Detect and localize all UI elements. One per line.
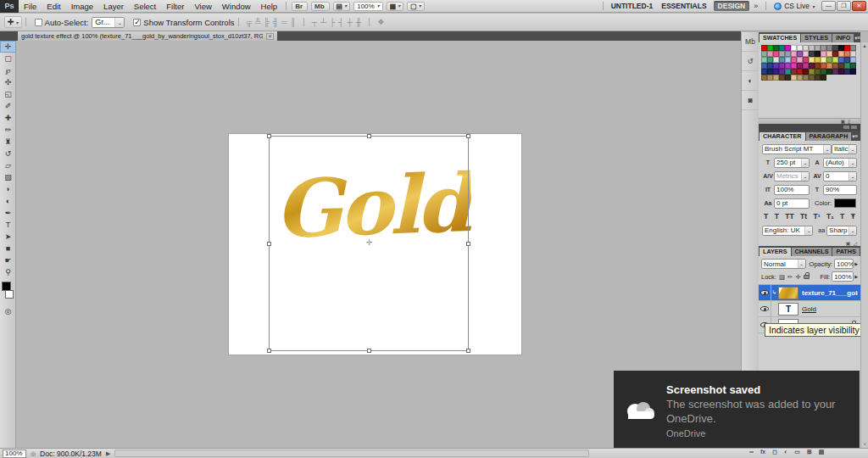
layers-footer-icon[interactable]: ▭ <box>794 449 800 455</box>
background-color-chip[interactable] <box>5 290 14 299</box>
spot-healing-brush-tool[interactable]: ✚ <box>0 112 16 124</box>
align-icon[interactable]: ═ <box>281 17 287 27</box>
transform-handle[interactable] <box>267 134 271 138</box>
panel-tab[interactable]: LAYERS <box>760 248 791 256</box>
swatch[interactable] <box>844 63 850 69</box>
swatch[interactable] <box>821 75 826 81</box>
swatch[interactable] <box>767 57 773 63</box>
swatch[interactable] <box>773 69 779 75</box>
swatch[interactable] <box>791 63 797 69</box>
swatch[interactable] <box>815 75 821 81</box>
tracking-field[interactable]: 0⌄ <box>823 171 857 182</box>
photoshop-logo[interactable]: Ps <box>0 0 19 13</box>
delete-swatch-icon[interactable]: ▯ <box>848 119 850 124</box>
clone-stamp-tool[interactable]: ♜ <box>0 136 16 148</box>
swatch[interactable] <box>821 57 826 63</box>
swatch[interactable] <box>844 45 850 51</box>
swatch[interactable] <box>785 75 791 81</box>
auto-select-checkbox[interactable] <box>35 19 42 26</box>
mini-bridge-panel-icon[interactable]: Mb <box>742 32 759 52</box>
anti-alias-select[interactable]: Sharp⌄ <box>826 226 857 236</box>
transform-handle[interactable] <box>267 349 271 353</box>
swatch[interactable] <box>815 63 821 69</box>
menu-item[interactable]: View <box>189 0 216 13</box>
layer-thumbnail[interactable] <box>778 287 798 299</box>
resize-icon[interactable]: ◿ <box>853 240 857 246</box>
brush-tool[interactable]: ✏ <box>0 124 16 136</box>
menu-item[interactable]: File <box>19 0 42 13</box>
onedrive-notification[interactable]: Screenshot saved The screenshot was adde… <box>614 371 860 448</box>
swatch[interactable] <box>761 57 767 63</box>
swatch[interactable] <box>773 51 779 57</box>
align-icon[interactable]: ╠ <box>264 17 269 27</box>
align-icon[interactable]: ╣ <box>273 17 278 27</box>
distribute-icon[interactable]: ┬ <box>312 17 317 27</box>
swatch[interactable] <box>797 51 803 57</box>
swatch[interactable] <box>791 51 797 57</box>
move-tool[interactable]: ✛ <box>0 41 16 53</box>
type-tool[interactable]: T <box>0 219 16 231</box>
swatch[interactable] <box>803 69 809 75</box>
transform-center-icon[interactable]: ✛ <box>366 238 373 247</box>
layer-row[interactable]: ↳ texture_71___gold_... <box>759 285 860 301</box>
panel-tab[interactable]: SWATCHES <box>760 34 800 42</box>
swatch[interactable] <box>850 45 856 51</box>
swatch[interactable] <box>815 51 821 57</box>
swatch[interactable] <box>785 51 791 57</box>
panel-scrollbar[interactable]: ▲ ˅ <box>860 42 868 448</box>
swatch[interactable] <box>803 45 809 51</box>
screen-mode-icon[interactable]: ▢▾ <box>407 2 425 11</box>
minimize-button[interactable]: — <box>821 1 836 11</box>
quick-mask-button[interactable]: ◎ <box>0 305 16 317</box>
swatch[interactable] <box>815 45 821 51</box>
lock-icon[interactable]: ▨ <box>779 273 785 281</box>
layers-footer-icon[interactable]: ∞ <box>749 449 754 455</box>
text-color-swatch[interactable] <box>834 198 856 208</box>
swatch[interactable] <box>797 69 803 75</box>
swatch[interactable] <box>773 45 779 51</box>
swatch[interactable] <box>767 45 773 51</box>
layers-footer-icon[interactable]: ◐ <box>784 449 787 455</box>
swatch[interactable] <box>785 57 791 63</box>
swatch[interactable] <box>773 57 779 63</box>
swatch[interactable] <box>761 45 767 51</box>
menu-item[interactable]: Layer <box>98 0 129 13</box>
swatch[interactable] <box>773 75 779 81</box>
swatch[interactable] <box>779 69 785 75</box>
swatch[interactable] <box>826 69 832 75</box>
panel-tab[interactable]: STYLES <box>801 34 832 42</box>
cs-live-button[interactable]: CS Live▾ <box>774 2 815 10</box>
swatch[interactable] <box>797 45 803 51</box>
swatch[interactable] <box>761 63 767 69</box>
menu-item[interactable]: Edit <box>42 0 65 13</box>
eraser-tool[interactable]: ▱ <box>0 159 16 171</box>
swatch[interactable] <box>773 63 779 69</box>
menu-item[interactable]: Window <box>217 0 256 13</box>
baseline-shift-field[interactable]: 0 pt <box>774 198 810 209</box>
swatch[interactable] <box>767 75 773 81</box>
swatch[interactable] <box>838 69 844 75</box>
swatch[interactable] <box>803 75 809 81</box>
zoom-level-dropdown[interactable]: 100%▾ <box>353 2 382 11</box>
swatch[interactable] <box>761 69 767 75</box>
history-brush-tool[interactable]: ↺ <box>0 148 16 159</box>
panel-tab[interactable]: INFO <box>832 34 854 42</box>
layers-footer-icon[interactable]: ▤ <box>819 449 825 455</box>
distribute-icon[interactable]: ╫ <box>356 17 361 27</box>
swatch[interactable] <box>821 51 826 57</box>
swatch[interactable] <box>767 69 773 75</box>
mini-bridge-icon[interactable]: Mb <box>311 2 330 11</box>
opacity-field[interactable]: 100% <box>834 259 854 269</box>
swatch[interactable] <box>809 45 815 51</box>
menu-item[interactable]: Help <box>256 0 283 13</box>
collapse-panel-button[interactable] <box>851 126 857 129</box>
swatch[interactable] <box>803 63 809 69</box>
fill-field[interactable]: 100% <box>832 271 854 282</box>
scroll-down-icon[interactable]: ˅ <box>863 442 865 447</box>
workspace-tab[interactable]: ESSENTIALS <box>657 1 710 11</box>
panel-menu-icon[interactable]: ▾≡ <box>852 132 860 141</box>
lock-icon[interactable]: ✏ <box>787 273 793 281</box>
swatch[interactable] <box>797 57 803 63</box>
swatch[interactable] <box>815 57 821 63</box>
swatch[interactable] <box>821 69 826 75</box>
